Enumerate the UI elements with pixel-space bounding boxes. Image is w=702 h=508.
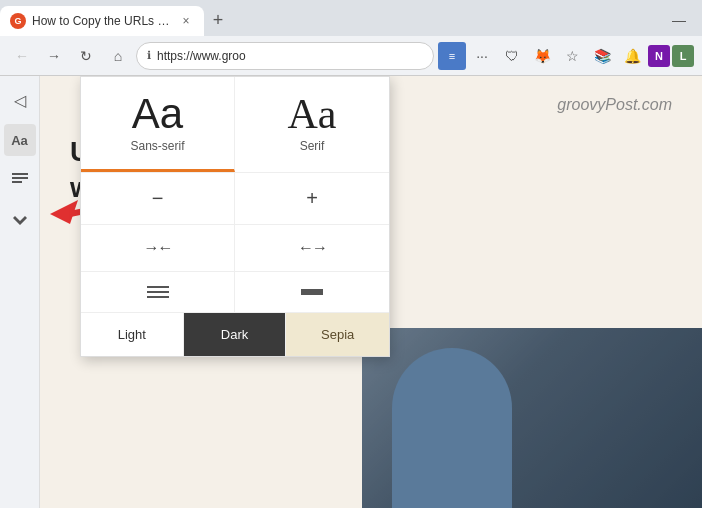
size-controls: − + bbox=[81, 173, 389, 225]
url-text: https://www.groo bbox=[157, 49, 423, 63]
sidebar-back-button[interactable]: ◁ bbox=[4, 84, 36, 116]
firefox-icon: 🦊 bbox=[528, 42, 556, 70]
tab-close-button[interactable]: × bbox=[178, 13, 194, 29]
width-controls: →← ←→ bbox=[81, 225, 389, 272]
nav-bar: ← → ↻ ⌂ ℹ https://www.groo ≡ ··· 🛡 🦊 ☆ 📚… bbox=[0, 36, 702, 76]
sepia-theme-button[interactable]: Sepia bbox=[286, 313, 389, 356]
onenote-button[interactable]: N bbox=[648, 45, 670, 67]
reading-popup: Aa Sans-serif Aa Serif − + bbox=[80, 76, 390, 357]
wide-width-button[interactable]: ←→ bbox=[235, 225, 389, 271]
back-button[interactable]: ← bbox=[8, 42, 36, 70]
sidebar-reading-list-button[interactable] bbox=[4, 164, 36, 196]
svg-rect-2 bbox=[12, 181, 22, 183]
home-button[interactable]: ⌂ bbox=[104, 42, 132, 70]
nav-actions: ≡ ··· 🛡 🦊 ☆ 📚 🔔 N L bbox=[438, 42, 694, 70]
tab-bar: G How to Copy the URLs From A... × + — bbox=[0, 0, 702, 36]
window-controls: — bbox=[664, 8, 702, 36]
tight-lines-icon bbox=[147, 286, 169, 298]
more-options-button[interactable]: ··· bbox=[468, 42, 496, 70]
sidebar-reader-button[interactable]: Aa bbox=[4, 124, 36, 156]
dark-theme-button[interactable]: Dark bbox=[184, 313, 287, 356]
svg-rect-0 bbox=[12, 173, 28, 175]
new-tab-button[interactable]: + bbox=[204, 6, 232, 34]
profile-button[interactable]: L bbox=[672, 45, 694, 67]
reading-list-icon bbox=[10, 170, 30, 190]
library-button[interactable]: 📚 bbox=[588, 42, 616, 70]
page-area: groovyPost.com URLs From All Open wser O… bbox=[40, 76, 702, 508]
forward-button[interactable]: → bbox=[40, 42, 68, 70]
serif-label: Serif bbox=[300, 139, 325, 153]
light-theme-button[interactable]: Light bbox=[81, 313, 184, 356]
tab-title: How to Copy the URLs From A... bbox=[32, 14, 172, 28]
loose-lines-icon bbox=[301, 289, 323, 295]
active-tab[interactable]: G How to Copy the URLs From A... × bbox=[0, 6, 204, 36]
bookmark-button[interactable]: ☆ bbox=[558, 42, 586, 70]
increase-font-button[interactable]: + bbox=[235, 173, 389, 224]
sans-serif-option[interactable]: Aa Sans-serif bbox=[81, 77, 235, 172]
serif-aa: Aa bbox=[288, 93, 337, 135]
theme-controls: Light Dark Sepia bbox=[81, 313, 389, 356]
svg-rect-1 bbox=[12, 177, 28, 179]
sidebar-pocket-button[interactable] bbox=[4, 204, 36, 236]
minimize-button[interactable]: — bbox=[664, 8, 694, 32]
article-image bbox=[362, 328, 702, 508]
reader-mode-nav-button[interactable]: ≡ bbox=[438, 42, 466, 70]
narrow-width-button[interactable]: →← bbox=[81, 225, 235, 271]
reload-button[interactable]: ↻ bbox=[72, 42, 100, 70]
serif-option[interactable]: Aa Serif bbox=[235, 77, 389, 172]
line-controls bbox=[81, 272, 389, 313]
notifications-button[interactable]: 🔔 bbox=[618, 42, 646, 70]
pocket-icon bbox=[10, 210, 30, 230]
sans-serif-label: Sans-serif bbox=[130, 139, 184, 153]
lock-icon: ℹ bbox=[147, 49, 151, 62]
person-silhouette bbox=[392, 348, 512, 508]
decrease-font-button[interactable]: − bbox=[81, 173, 235, 224]
loose-lines-button[interactable] bbox=[235, 272, 389, 312]
tight-lines-button[interactable] bbox=[81, 272, 235, 312]
main-content: ◁ Aa groovyPost.com URLs Fro bbox=[0, 76, 702, 508]
sidebar: ◁ Aa bbox=[0, 76, 40, 508]
address-bar[interactable]: ℹ https://www.groo bbox=[136, 42, 434, 70]
tab-favicon: G bbox=[10, 13, 26, 29]
pocket-nav-button[interactable]: 🛡 bbox=[498, 42, 526, 70]
font-options: Aa Sans-serif Aa Serif bbox=[81, 77, 389, 173]
sans-serif-aa: Aa bbox=[132, 93, 183, 135]
browser-window: G How to Copy the URLs From A... × + — ←… bbox=[0, 0, 702, 508]
